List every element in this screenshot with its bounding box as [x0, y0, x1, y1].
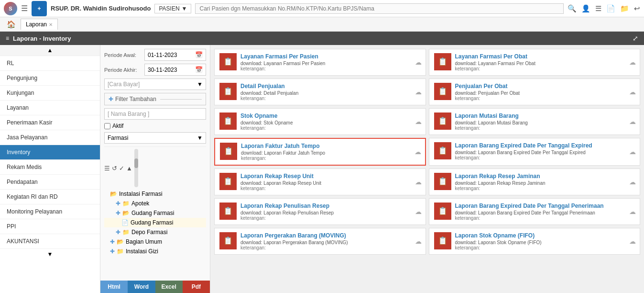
- card-action-icon-13[interactable]: ☁: [629, 237, 636, 245]
- tab-close-icon[interactable]: ✕: [49, 22, 53, 27]
- card-title-6: Laporan Faktur Jatuh Tempo: [241, 143, 420, 149]
- card-title-2: Detail Penjualan: [240, 83, 421, 90]
- sidebar-item-penerimaan-kasir[interactable]: Penerimaan Kasir: [0, 115, 100, 130]
- list-view-btn[interactable]: ☰: [104, 165, 110, 172]
- periode-awal-value: 01-11-2023: [148, 52, 177, 58]
- folder-icon[interactable]: 📁: [620, 4, 629, 13]
- right-panel: 📋 Layanan Farmasi Per Pasien download: L…: [210, 45, 644, 293]
- cara-bayar-select[interactable]: [Cara Bayar] ▼: [104, 79, 206, 90]
- search-icon[interactable]: 🔍: [568, 4, 577, 13]
- sidebar-item-layanan[interactable]: Layanan: [0, 101, 100, 115]
- report-card-12[interactable]: 📋 Laporan Pergerakan Barang (MOVING) dow…: [214, 228, 426, 255]
- tab-laporan[interactable]: Laporan ✕: [21, 19, 58, 30]
- sidebar-scroll-up[interactable]: ▲: [0, 45, 100, 56]
- card-keterangan-2: keterangan:: [240, 96, 421, 101]
- tree-gudang-farmasi-selected[interactable]: 📄 Gudang Farmasi: [104, 218, 206, 227]
- card-keterangan-6: keterangan:: [241, 156, 420, 161]
- sidebar-item-pengunjung[interactable]: Pengunjung: [0, 71, 100, 86]
- home-icon[interactable]: 🏠: [4, 20, 19, 29]
- card-action-icon-7[interactable]: ☁: [629, 148, 636, 156]
- pasien-selector[interactable]: PASIEN ▼: [154, 4, 191, 13]
- sidebar-item-monitoring[interactable]: Monitoring Pelayanan: [0, 204, 100, 219]
- tree-gudang-farmasi-parent[interactable]: ✚ 📂 Gudang Farmasi: [104, 208, 206, 218]
- card-action-icon-9[interactable]: ☁: [629, 178, 636, 186]
- card-keterangan-0: keterangan:: [240, 66, 421, 71]
- report-card-4[interactable]: 📋 Stok Opname download: Stok Opname kete…: [214, 108, 426, 135]
- export-pdf-btn[interactable]: Pdf: [183, 281, 210, 293]
- card-content-5: Laporan Mutasi Barang download: Laporan …: [455, 113, 635, 131]
- card-action-icon-4[interactable]: ☁: [415, 118, 422, 125]
- sidebar-item-kegiatan-ri-rd[interactable]: Kegiatan RI dan RD: [0, 190, 100, 204]
- sidebar-item-akuntansi[interactable]: AKUNTANSI: [0, 234, 100, 249]
- add-user-icon[interactable]: 👤: [581, 4, 590, 13]
- card-thumb-2: 📋: [219, 83, 237, 100]
- card-download-6: download: Laporan Faktur Jatuh Tempo: [241, 150, 420, 156]
- periode-akhir-input[interactable]: 30-11-2023 📅: [144, 64, 206, 76]
- periode-awal-input[interactable]: 01-11-2023 📅: [144, 49, 206, 61]
- calendar-icon-akhir[interactable]: 📅: [195, 66, 203, 73]
- export-excel-btn[interactable]: Excel: [155, 281, 183, 293]
- report-card-8[interactable]: 📋 Laporan Rekap Resep Unit download: Lap…: [214, 169, 426, 195]
- sidebar-item-rl[interactable]: RL: [0, 56, 100, 71]
- calendar-icon-awal[interactable]: 📅: [195, 51, 203, 58]
- patient-search[interactable]: [195, 3, 564, 14]
- card-keterangan-3: keterangan:: [455, 96, 635, 101]
- report-card-5[interactable]: 📋 Laporan Mutasi Barang download: Lapora…: [429, 108, 641, 135]
- card-action-icon-10[interactable]: ☁: [415, 208, 422, 215]
- check-btn[interactable]: ✓: [119, 165, 124, 172]
- sidebar-scroll-down[interactable]: ▼: [0, 249, 100, 259]
- sidebar-item-jasa-pelayanan[interactable]: Jasa Pelayanan: [0, 130, 100, 145]
- report-card-1[interactable]: 📋 Layanan Farmasi Per Obat download: Lay…: [429, 49, 641, 76]
- logout-icon[interactable]: ↩: [634, 4, 640, 13]
- app-logo: S: [4, 2, 17, 15]
- sidebar-item-ppi[interactable]: PPI: [0, 219, 100, 234]
- left-panel: Periode Awal: 01-11-2023 📅 Periode Akhir…: [100, 45, 210, 293]
- farmasi-group: Farmasi ▼: [104, 132, 206, 144]
- refresh-btn[interactable]: ↺: [112, 165, 117, 172]
- card-action-icon-1[interactable]: ☁: [629, 58, 636, 66]
- card-action-icon-2[interactable]: ☁: [415, 88, 422, 96]
- nama-barang-input[interactable]: [ Nama Barang ]: [104, 108, 206, 120]
- document-icon[interactable]: 📄: [606, 4, 615, 13]
- report-card-11[interactable]: 📋 Laporan Barang Expired Date Per Tangga…: [429, 198, 641, 225]
- card-action-icon-5[interactable]: ☁: [629, 118, 636, 125]
- card-download-3: download: Penjualan Per Obat: [455, 90, 635, 96]
- export-word-btn[interactable]: Word: [128, 281, 155, 293]
- report-card-2[interactable]: 📋 Detail Penjualan download: Detail Penj…: [214, 79, 426, 105]
- tree-apotek[interactable]: ✚ 📁 Apotek: [104, 199, 206, 208]
- card-content-6: Laporan Faktur Jatuh Tempo download: Lap…: [241, 143, 420, 161]
- sidebar-item-pendapatan[interactable]: Pendapatan: [0, 175, 100, 190]
- list-icon[interactable]: ☰: [595, 4, 601, 13]
- card-content-13: Laporan Stok Opname (FIFO) download: Lap…: [455, 232, 635, 250]
- tree-instalasi-farmasi[interactable]: 📂 Instalasi Farmasi: [104, 189, 206, 199]
- card-action-icon-8[interactable]: ☁: [415, 178, 422, 186]
- report-card-13[interactable]: 📋 Laporan Stok Opname (FIFO) download: L…: [429, 228, 641, 255]
- card-action-icon-3[interactable]: ☁: [629, 88, 636, 96]
- aktif-checkbox[interactable]: [104, 123, 110, 129]
- report-card-3[interactable]: 📋 Penjualan Per Obat download: Penjualan…: [429, 79, 641, 105]
- tree-bagian-umum[interactable]: ✚ 📂 Bagian Umum: [104, 237, 206, 247]
- sidebar-item-kunjungan[interactable]: Kunjungan: [0, 86, 100, 101]
- card-action-icon-12[interactable]: ☁: [415, 237, 422, 245]
- card-keterangan-8: keterangan:: [240, 186, 421, 191]
- report-card-7[interactable]: 📋 Laporan Barang Expired Date Per Tangga…: [429, 138, 641, 166]
- report-card-10[interactable]: 📋 Laporan Rekap Penulisan Resep download…: [214, 198, 426, 225]
- expand-icon[interactable]: ⤢: [633, 34, 638, 42]
- sidebar-item-rekam-medis[interactable]: Rekam Medis: [0, 160, 100, 175]
- report-card-6[interactable]: 📋 Laporan Faktur Jatuh Tempo download: L…: [214, 138, 426, 166]
- card-action-icon-6[interactable]: ☁: [415, 148, 421, 156]
- tree-depo-farmasi[interactable]: ✚ 📁 Depo Farmasi: [104, 227, 206, 237]
- report-card-0[interactable]: 📋 Layanan Farmasi Per Pasien download: L…: [214, 49, 426, 76]
- export-html-btn[interactable]: Html: [100, 281, 128, 293]
- tree-instalasi-gizi[interactable]: ✚ 📁 Instalasi Gizi: [104, 247, 206, 256]
- menu-icon[interactable]: ☰: [21, 4, 28, 13]
- card-action-icon-11[interactable]: ☁: [629, 208, 636, 215]
- plus-icon: ✚: [109, 96, 113, 102]
- card-action-icon-0[interactable]: ☁: [415, 58, 422, 66]
- sidebar-item-inventory[interactable]: Inventory: [0, 145, 100, 160]
- collapse-btn[interactable]: ▲: [126, 165, 132, 172]
- report-card-9[interactable]: 📋 Laporan Rekap Resep Jaminan download: …: [429, 169, 641, 195]
- farmasi-select[interactable]: Farmasi ▼: [104, 132, 206, 144]
- filter-tambahan[interactable]: ✚ Filter Tambahan: [104, 93, 206, 105]
- scroll-thumb[interactable]: [134, 158, 138, 168]
